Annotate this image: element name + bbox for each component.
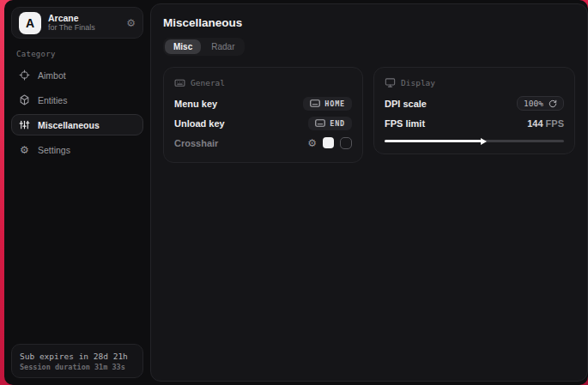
cards-row: General Menu key HOME Unload key bbox=[163, 67, 575, 163]
fps-limit-label: FPS limit bbox=[385, 118, 425, 129]
unload-key-bind-button[interactable]: END bbox=[308, 117, 352, 130]
tab-bar: Misc Radar bbox=[163, 38, 245, 56]
crosshair-settings-gear-icon[interactable]: ⚙ bbox=[307, 138, 317, 148]
fps-limit-slider[interactable] bbox=[385, 137, 564, 144]
sidebar-item-label: Entities bbox=[38, 95, 67, 105]
crosshair-row: Crosshair ⚙ bbox=[174, 133, 352, 153]
display-card-title: Display bbox=[401, 78, 435, 87]
main-panel: Miscellaneous Misc Radar General Menu ke… bbox=[150, 3, 588, 382]
profile-text: Arcane for The Finals bbox=[48, 13, 119, 33]
app-window: A Arcane for The Finals ⚙ Category Aimbo… bbox=[4, 0, 588, 385]
fps-limit-row: FPS limit 144 FPS bbox=[385, 113, 564, 133]
page-title: Miscellaneous bbox=[163, 16, 575, 29]
keyboard-icon bbox=[315, 119, 325, 127]
fps-slider-fill bbox=[385, 140, 482, 142]
sliders-icon bbox=[19, 119, 30, 130]
keyboard-icon bbox=[174, 77, 185, 88]
sub-expiry-text: Sub expires in 28d 21h bbox=[20, 351, 135, 362]
slider-thumb-icon[interactable] bbox=[481, 138, 487, 145]
tab-radar[interactable]: Radar bbox=[203, 39, 243, 54]
unload-key-label: Unload key bbox=[174, 118, 225, 129]
fps-unit: FPS bbox=[546, 118, 564, 129]
app-logo: A bbox=[19, 12, 41, 34]
cube-icon bbox=[19, 94, 30, 105]
crosshair-color-swatch[interactable] bbox=[323, 137, 334, 148]
sidebar-item-label: Aimbot bbox=[38, 70, 66, 81]
display-card-header: Display bbox=[385, 77, 564, 88]
sidebar-item-label: Settings bbox=[38, 145, 70, 155]
gear-icon: ⚙ bbox=[19, 144, 30, 155]
sidebar-item-miscellaneous[interactable]: Miscellaneous bbox=[11, 114, 143, 135]
keyboard-icon bbox=[310, 99, 320, 107]
general-card-header: General bbox=[174, 77, 352, 88]
crosshair-controls: ⚙ bbox=[307, 137, 352, 149]
profile-card: A Arcane for The Finals ⚙ bbox=[11, 7, 143, 39]
app-name: Arcane bbox=[48, 13, 119, 23]
menu-key-row: Menu key HOME bbox=[174, 93, 352, 113]
subscription-card: Sub expires in 28d 21h Session duration … bbox=[11, 344, 143, 378]
crosshair-icon bbox=[19, 69, 30, 81]
menu-key-value: HOME bbox=[324, 99, 345, 108]
crosshair-label: Crosshair bbox=[174, 138, 218, 148]
crosshair-checkbox[interactable] bbox=[340, 137, 352, 149]
unload-key-value: END bbox=[330, 119, 345, 128]
fps-limit-value: 144 FPS bbox=[527, 118, 564, 129]
tab-misc[interactable]: Misc bbox=[165, 39, 201, 54]
sidebar-item-entities[interactable]: Entities bbox=[11, 89, 143, 111]
sidebar-item-settings[interactable]: ⚙ Settings bbox=[11, 139, 143, 160]
display-card: Display DPI scale 100% FPS limit bbox=[373, 67, 575, 154]
refresh-icon[interactable] bbox=[549, 99, 557, 108]
fps-number: 144 bbox=[527, 118, 543, 129]
logo-letter: A bbox=[26, 16, 34, 30]
sidebar-item-aimbot[interactable]: Aimbot bbox=[11, 64, 143, 86]
monitor-icon bbox=[385, 77, 396, 88]
general-card: General Menu key HOME Unload key bbox=[163, 67, 363, 163]
dpi-scale-control[interactable]: 100% bbox=[517, 96, 564, 111]
app-subtitle: for The Finals bbox=[48, 23, 119, 33]
menu-key-bind-button[interactable]: HOME bbox=[303, 97, 352, 111]
dpi-scale-value: 100% bbox=[524, 99, 543, 108]
category-label: Category bbox=[16, 50, 138, 58]
dpi-scale-label: DPI scale bbox=[385, 99, 427, 109]
dpi-scale-row: DPI scale 100% bbox=[385, 93, 564, 113]
session-duration-text: Session duration 31m 33s bbox=[20, 362, 135, 372]
menu-key-label: Menu key bbox=[174, 99, 217, 109]
sidebar-nav: Aimbot Entities Miscellaneous bbox=[11, 64, 143, 160]
unload-key-row: Unload key END bbox=[174, 113, 352, 133]
sidebar-item-label: Miscellaneous bbox=[38, 120, 100, 130]
sidebar: A Arcane for The Finals ⚙ Category Aimbo… bbox=[4, 0, 150, 385]
general-card-title: General bbox=[191, 78, 225, 87]
profile-gear-icon[interactable]: ⚙ bbox=[126, 18, 136, 28]
